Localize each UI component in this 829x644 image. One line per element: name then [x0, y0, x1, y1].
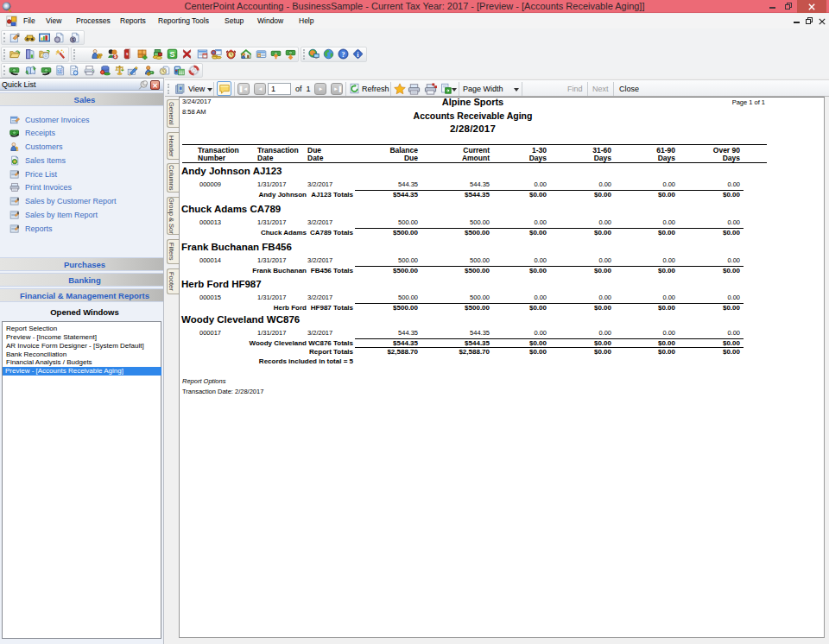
svg-text:31: 31 — [57, 68, 62, 73]
svg-text:?: ? — [341, 51, 345, 59]
svg-text:S: S — [169, 50, 174, 59]
svg-text:$: $ — [148, 73, 149, 76]
svg-text:$: $ — [16, 147, 18, 152]
